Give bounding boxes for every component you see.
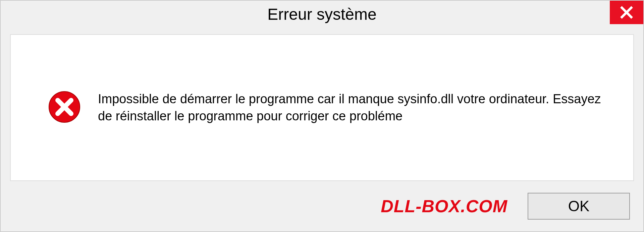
error-icon-container	[48, 90, 81, 125]
close-icon	[620, 6, 633, 19]
dialog-title: Erreur système	[267, 5, 376, 23]
error-message: Impossible de démarrer le programme car …	[98, 91, 606, 125]
content-panel: Impossible de démarrer le programme car …	[10, 34, 634, 181]
titlebar: Erreur système	[1, 1, 643, 27]
close-button[interactable]	[610, 1, 643, 24]
dialog-footer: DLL-BOX.COM OK	[1, 188, 643, 231]
ok-button[interactable]: OK	[528, 193, 630, 220]
error-dialog: Erreur système Impossible de démarrer le…	[0, 0, 644, 232]
watermark-text: DLL-BOX.COM	[381, 196, 507, 216]
error-circle-x-icon	[48, 90, 81, 124]
